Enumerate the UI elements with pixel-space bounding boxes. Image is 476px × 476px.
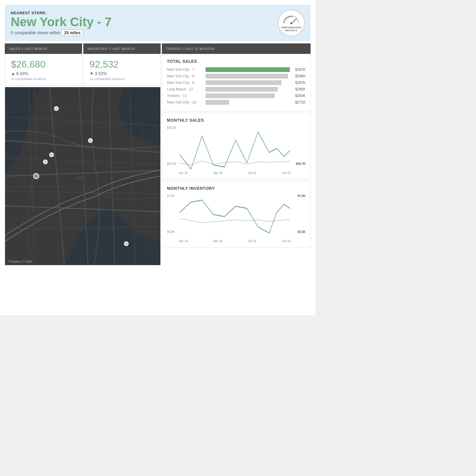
trends-header: TRENDS // LAST 12 MONTHS [162, 43, 311, 54]
bar-row: New York City - 8$296K [167, 74, 306, 79]
bar-row: New York City - 10$271K [167, 100, 306, 105]
bar-label: New York City - 8 [167, 74, 206, 78]
inventory-kpi-card: 92,532 ▼ 3.52% vs comparable locations [83, 54, 161, 86]
monthly-inventory-card: MONTHLY INVENTORY 97.6K 95.8K 97.6K 92.5… [162, 181, 311, 248]
bar-value: $271K [292, 100, 306, 104]
bar-fill [206, 67, 290, 72]
bar-track [206, 80, 290, 85]
svg-point-1 [290, 23, 292, 24]
x-label-apr: Apr 16 [214, 171, 222, 175]
monthly-inventory-title: MONTHLY INVENTORY [167, 186, 306, 191]
main-container: NEAREST STORE: New York City - 7 5 compa… [0, 0, 315, 315]
bar-label: New York City - 10 [167, 100, 206, 104]
monthly-sales-y-bottom: $24.8K [167, 162, 176, 165]
bar-fill [206, 87, 278, 92]
svg-text:GCP: GCP [76, 176, 83, 180]
x-label-jan: Jan 16 [179, 171, 188, 175]
bar-fill [206, 93, 275, 98]
sales-header: SALES // LAST MONTH [5, 43, 82, 54]
monthly-inv-y-top: 97.6K [167, 194, 175, 198]
bar-track [206, 100, 290, 105]
comparable-text: 5 comparable stores within [11, 30, 60, 35]
total-sales-card: TOTAL SALES New York City - 7$297KNew Yo… [162, 54, 311, 112]
perf-label: PERFORMANCEMETRICS [281, 26, 301, 32]
sales-vs: vs comparable locations [11, 77, 76, 81]
monthly-sales-card: MONTHLY SALES $29.2K $24.8K $26.7K Jan 1… [162, 113, 311, 180]
bar-value: $285K [292, 87, 306, 91]
map-container: GCP © Mapbox © OSM [5, 87, 161, 265]
bar-value: $283K [292, 94, 306, 98]
inventory-vs: vs comparable locations [90, 77, 154, 81]
monthly-inventory-x-labels: Jan 16 Apr 16 Jul 16 Oct 16 [167, 239, 306, 243]
miles-badge[interactable]: 25 miles [61, 29, 83, 36]
svg-point-19 [54, 107, 58, 111]
inventory-change: ▼ 3.52% [90, 71, 154, 76]
svg-point-22 [43, 160, 48, 164]
bar-label: New York City - 7 [167, 68, 206, 72]
bar-fill [206, 74, 288, 79]
bar-label: Yonkers - 11 [167, 94, 206, 98]
inv-x-label-jul: Jul 16 [248, 239, 256, 243]
bar-value: $287K [292, 81, 306, 85]
sales-change: ▲ 8.43% [11, 71, 76, 76]
bar-track [206, 67, 290, 72]
sales-value: $26,680 [11, 59, 76, 70]
bar-track [206, 74, 290, 79]
section-headers: SALES // LAST MONTH INVENTORY // LAST MO… [5, 43, 311, 54]
store-name: New York City - 7 [11, 15, 112, 29]
inv-x-label-jan: Jan 16 [179, 239, 188, 243]
bar-row: New York City - 9$287K [167, 80, 306, 85]
monthly-sales-svg [167, 126, 306, 171]
monthly-inv-y-bottom: 95.8K [167, 230, 175, 234]
header-left: NEAREST STORE: New York City - 7 5 compa… [11, 11, 112, 35]
inventory-header: INVENTORY // LAST MONTH [83, 43, 161, 54]
monthly-inventory-chart: 97.6K 95.8K 97.6K 92.5K [167, 194, 306, 239]
header: NEAREST STORE: New York City - 7 5 compa… [5, 5, 311, 41]
monthly-sales-y-right: $26.7K [296, 162, 306, 165]
gauge-icon [282, 14, 300, 26]
total-sales-title: TOTAL SALES [167, 59, 306, 64]
x-label-jul: Jul 16 [248, 171, 256, 175]
bar-label: New York City - 9 [167, 81, 206, 85]
inv-x-label-apr: Apr 16 [214, 239, 222, 243]
bar-value: $297K [292, 68, 306, 72]
monthly-inventory-svg [167, 194, 306, 239]
bar-track [206, 87, 290, 92]
svg-point-21 [49, 153, 54, 157]
bar-track [206, 93, 290, 98]
svg-point-20 [88, 138, 93, 143]
svg-point-24 [124, 242, 128, 246]
map-credit: © Mapbox © OSM [7, 260, 32, 263]
right-column: TOTAL SALES New York City - 7$297KNew Yo… [162, 54, 311, 265]
bar-row: Yonkers - 11$283K [167, 93, 306, 98]
monthly-sales-x-labels: Jan 16 Apr 16 Jul 16 Oct 16 [167, 171, 306, 175]
bars-container: New York City - 7$297KNew York City - 8$… [167, 67, 306, 105]
main-content: $26,680 ▲ 8.43% vs comparable locations … [5, 54, 311, 265]
sales-kpi-card: $26,680 ▲ 8.43% vs comparable locations [5, 54, 82, 86]
svg-point-23 [34, 173, 39, 179]
x-label-oct: Oct 16 [282, 171, 291, 175]
bar-row: New York City - 7$297K [167, 67, 306, 72]
bar-row: Long Beach - 12$285K [167, 87, 306, 92]
monthly-inv-y-right-top: 97.6K [298, 194, 306, 198]
inventory-value: 92,532 [90, 59, 154, 70]
monthly-sales-chart: $29.2K $24.8K $26.7K [167, 126, 306, 171]
bar-label: Long Beach - 12 [167, 87, 206, 91]
inv-x-label-oct: Oct 16 [282, 239, 291, 243]
left-column: $26,680 ▲ 8.43% vs comparable locations … [5, 54, 161, 265]
bar-fill [206, 80, 281, 85]
header-subtitle: 5 comparable stores within 25 miles [11, 30, 112, 35]
monthly-sales-y-top: $29.2K [167, 126, 176, 129]
performance-gauge: PERFORMANCEMETRICS [278, 10, 305, 36]
monthly-inv-y-right-bottom: 92.5K [298, 230, 306, 234]
nearest-store-label: NEAREST STORE: [11, 11, 112, 15]
svg-line-0 [291, 19, 297, 24]
bar-fill [206, 100, 229, 105]
map-svg: GCP [5, 87, 160, 265]
monthly-sales-title: MONTHLY SALES [167, 118, 306, 123]
kpi-row: $26,680 ▲ 8.43% vs comparable locations … [5, 54, 161, 86]
bar-value: $296K [292, 74, 306, 78]
